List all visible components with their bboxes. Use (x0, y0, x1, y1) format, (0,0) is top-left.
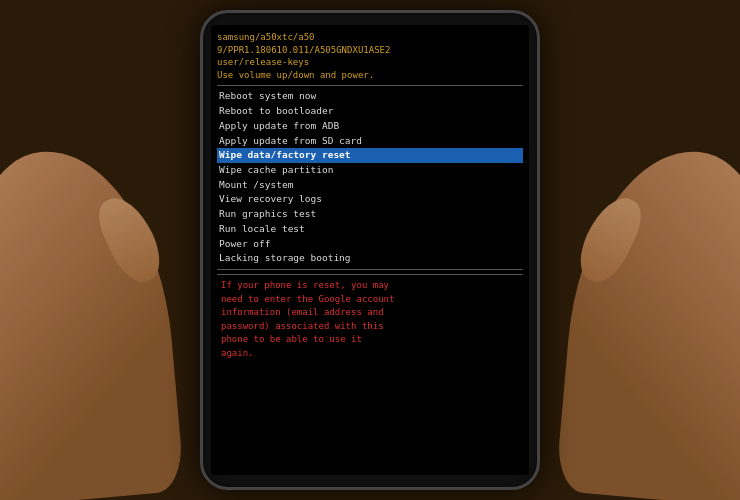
screen-content: samsung/a50xtc/a50 9/PPR1.180610.011/A50… (211, 25, 529, 475)
thumb-right (570, 189, 649, 290)
volume-up-button[interactable] (200, 93, 202, 123)
menu-item-apply-adb[interactable]: Apply update from ADB (217, 119, 523, 134)
header-divider (217, 85, 523, 86)
hand-right (555, 142, 740, 500)
menu-item-view-logs[interactable]: View recovery logs (217, 192, 523, 207)
volume-down-button[interactable] (200, 131, 202, 161)
warning-line5: phone to be able to use it (221, 333, 519, 347)
warning-line2: need to enter the Google account (221, 293, 519, 307)
warning-section: If your phone is reset, you may need to … (217, 274, 523, 360)
menu-list: Reboot system now Reboot to bootloader A… (217, 89, 523, 266)
warning-line4: password) associated with this (221, 320, 519, 334)
menu-item-graphics-test[interactable]: Run graphics test (217, 207, 523, 222)
scene: samsung/a50xtc/a50 9/PPR1.180610.011/A50… (0, 0, 740, 500)
hand-left (0, 142, 185, 500)
header-info: samsung/a50xtc/a50 9/PPR1.180610.011/A50… (217, 31, 523, 81)
phone-screen: samsung/a50xtc/a50 9/PPR1.180610.011/A50… (211, 25, 529, 475)
header-line4: Use volume up/down and power. (217, 69, 523, 82)
warning-line6: again. (221, 347, 519, 361)
warning-text: If your phone is reset, you may need to … (217, 279, 523, 360)
menu-item-locale-test[interactable]: Run locale test (217, 222, 523, 237)
phone: samsung/a50xtc/a50 9/PPR1.180610.011/A50… (200, 10, 540, 490)
header-line1: samsung/a50xtc/a50 (217, 31, 523, 44)
menu-item-reboot-bootloader[interactable]: Reboot to bootloader (217, 104, 523, 119)
menu-item-wipe-cache[interactable]: Wipe cache partition (217, 163, 523, 178)
warning-divider (217, 269, 523, 270)
menu-item-apply-sd[interactable]: Apply update from SD card (217, 134, 523, 149)
header-line3: user/release-keys (217, 56, 523, 69)
header-line2: 9/PPR1.180610.011/A505GNDXU1ASE2 (217, 44, 523, 57)
menu-item-power-off[interactable]: Power off (217, 237, 523, 252)
menu-item-wipe-data[interactable]: Wipe data/factory reset (217, 148, 523, 163)
warning-line1: If your phone is reset, you may (221, 279, 519, 293)
menu-item-reboot-system[interactable]: Reboot system now (217, 89, 523, 104)
thumb-left (91, 189, 170, 290)
menu-item-lacking-storage[interactable]: Lacking storage booting (217, 251, 523, 266)
warning-line3: information (email address and (221, 306, 519, 320)
menu-item-mount-system[interactable]: Mount /system (217, 178, 523, 193)
power-button[interactable] (538, 113, 540, 158)
